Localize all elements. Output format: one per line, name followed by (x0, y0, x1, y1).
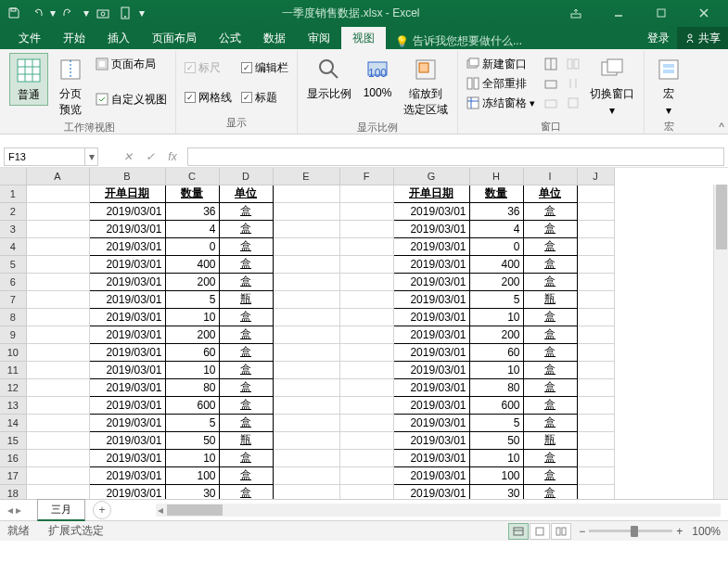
collapse-ribbon-icon[interactable]: ^ (719, 121, 724, 134)
col-header[interactable]: G (393, 168, 469, 185)
row-header[interactable]: 11 (0, 361, 26, 378)
freeze-panes-button[interactable]: 冻结窗格 ▾ (464, 94, 538, 112)
tab-数据[interactable]: 数据 (252, 27, 297, 49)
col-header[interactable]: I (523, 168, 577, 185)
zoom-out-button[interactable]: − (579, 525, 585, 538)
col-header[interactable]: C (165, 168, 219, 185)
undo-icon[interactable] (26, 3, 46, 23)
camera-icon[interactable] (93, 3, 113, 23)
col-header[interactable]: B (89, 168, 165, 185)
svg-point-19 (320, 60, 333, 73)
row-header[interactable]: 9 (0, 326, 26, 343)
horizontal-scrollbar[interactable]: ◂ (156, 504, 721, 517)
sync-scroll-button[interactable] (564, 74, 582, 93)
tab-页面布局[interactable]: 页面布局 (141, 27, 208, 49)
page-layout-button[interactable]: 页面布局 (93, 55, 170, 73)
unhide-button[interactable] (542, 94, 560, 112)
pagebreak-shortcut[interactable] (551, 523, 571, 540)
row-header[interactable]: 12 (0, 378, 26, 396)
share-label: 共享 (698, 31, 721, 46)
zoom-button[interactable]: 显示比例 (303, 53, 355, 104)
row-header[interactable]: 6 (0, 273, 26, 290)
redo-dropdown-icon[interactable]: ▾ (82, 3, 91, 23)
row-header[interactable]: 1 (0, 185, 26, 202)
gridlines-checkbox[interactable]: ✓网格线 (182, 88, 235, 107)
vertical-scrollbar[interactable] (713, 185, 728, 499)
page-layout-shortcut[interactable] (530, 523, 550, 540)
ruler-checkbox[interactable]: ✓标尺 (182, 58, 235, 77)
ribbon-options-icon[interactable] (556, 1, 596, 25)
hide-button[interactable] (542, 74, 560, 93)
redo-icon[interactable] (59, 3, 80, 23)
row-header[interactable]: 7 (0, 290, 26, 308)
select-all-corner[interactable] (0, 168, 26, 185)
normal-view-shortcut[interactable] (508, 523, 529, 540)
row-header[interactable]: 8 (0, 308, 26, 326)
tab-公式[interactable]: 公式 (208, 27, 252, 49)
fx-icon[interactable]: fx (161, 147, 184, 166)
tab-开始[interactable]: 开始 (52, 27, 96, 49)
row-header[interactable]: 4 (0, 237, 26, 255)
zoom-to-selection-button[interactable]: 缩放到 选定区域 (400, 53, 452, 120)
add-sheet-button[interactable]: + (93, 501, 111, 519)
col-header[interactable]: E (273, 168, 339, 185)
col-header[interactable]: F (339, 168, 393, 185)
row-header[interactable]: 17 (0, 466, 26, 484)
split-button[interactable] (542, 55, 560, 73)
tab-文件[interactable]: 文件 (7, 27, 52, 49)
tell-me-search[interactable]: 💡 告诉我您想要做什么... (386, 33, 640, 49)
new-window-button[interactable]: 新建窗口 (464, 55, 538, 73)
formula-bar-checkbox[interactable]: ✓编辑栏 (238, 58, 291, 77)
name-box[interactable]: F13 (4, 147, 85, 166)
view-side-by-side-button[interactable] (564, 55, 582, 73)
touch-mode-icon[interactable] (115, 3, 135, 23)
col-header[interactable]: H (469, 168, 523, 185)
enter-formula-icon[interactable]: ✓ (139, 147, 161, 166)
side-by-side-icon (567, 57, 580, 70)
arrange-all-button[interactable]: 全部重排 (464, 74, 538, 93)
row-header[interactable]: 5 (0, 255, 26, 273)
col-header[interactable]: J (577, 168, 614, 185)
name-box-dropdown[interactable]: ▾ (85, 147, 98, 166)
pagebreak-preview-button[interactable]: 分页 预览 (52, 53, 89, 120)
row-header[interactable]: 16 (0, 449, 26, 466)
maximize-icon[interactable] (641, 1, 682, 25)
close-icon[interactable] (683, 1, 724, 25)
login-button[interactable]: 登录 (640, 27, 677, 49)
col-header[interactable]: A (26, 168, 89, 185)
col-header[interactable]: D (219, 168, 273, 185)
tab-审阅[interactable]: 审阅 (297, 27, 341, 49)
zoom-in-button[interactable]: + (676, 525, 683, 538)
save-icon[interactable] (4, 3, 24, 23)
share-button[interactable]: 共享 (677, 27, 728, 49)
row-header[interactable]: 3 (0, 220, 26, 237)
row-header[interactable]: 18 (0, 484, 26, 499)
cancel-formula-icon[interactable]: ✕ (117, 147, 139, 166)
reset-position-button[interactable] (564, 94, 582, 112)
zoom-slider[interactable] (589, 530, 672, 532)
headings-checkbox[interactable]: ✓标题 (238, 88, 291, 107)
custom-views-button[interactable]: 自定义视图 (93, 90, 170, 109)
sheet-tab[interactable]: 三月 (37, 499, 85, 521)
tab-插入[interactable]: 插入 (96, 27, 141, 49)
qat-more-icon[interactable]: ▾ (137, 3, 147, 23)
scrollbar-thumb[interactable] (716, 185, 727, 249)
normal-view-button[interactable]: 普通 (9, 53, 48, 106)
undo-dropdown-icon[interactable]: ▾ (48, 3, 57, 23)
scrollbar-thumb[interactable] (167, 505, 223, 516)
row-header[interactable]: 14 (0, 414, 26, 431)
formula-bar[interactable] (187, 147, 724, 166)
macros-button[interactable]: 宏▾ (650, 53, 687, 119)
row-header[interactable]: 15 (0, 431, 26, 449)
zoom-100-button[interactable]: 100 100% (359, 53, 396, 101)
gridlines-label: 网格线 (198, 90, 232, 106)
minimize-icon[interactable] (598, 1, 639, 25)
tab-nav[interactable]: ◂ ▸ (0, 504, 32, 517)
worksheet-grid[interactable]: ABCDEFGHIJ1开单日期数量单位开单日期数量单位22019/03/0136… (0, 168, 728, 499)
row-header[interactable]: 10 (0, 343, 26, 361)
row-header[interactable]: 13 (0, 396, 26, 414)
tab-视图[interactable]: 视图 (341, 27, 386, 49)
row-header[interactable]: 2 (0, 202, 26, 220)
switch-windows-button[interactable]: 切换窗口▾ (586, 53, 638, 119)
zoom-level[interactable]: 100% (692, 525, 721, 538)
